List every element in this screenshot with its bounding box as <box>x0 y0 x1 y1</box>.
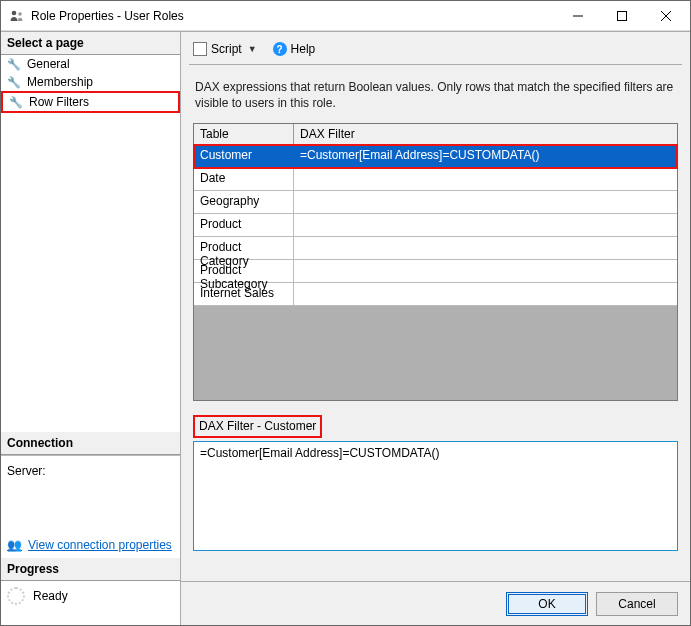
cell-table[interactable]: Customer <box>194 145 294 167</box>
help-button[interactable]: ? Help <box>269 40 320 58</box>
svg-point-1 <box>18 12 22 16</box>
grid-header: Table DAX Filter <box>194 124 677 145</box>
close-button[interactable] <box>644 2 688 30</box>
script-icon <box>193 42 207 56</box>
help-label: Help <box>291 42 316 56</box>
cell-table[interactable]: Date <box>194 168 294 190</box>
cancel-button[interactable]: Cancel <box>596 592 678 616</box>
sidebar-item-label: General <box>27 57 70 71</box>
window-title: Role Properties - User Roles <box>31 9 556 23</box>
wrench-icon: 🔧 <box>7 58 21 71</box>
cell-table[interactable]: Internet Sales <box>194 283 294 305</box>
cell-dax[interactable] <box>294 214 677 236</box>
cell-dax[interactable] <box>294 191 677 213</box>
progress-header: Progress <box>1 558 180 581</box>
col-table-header[interactable]: Table <box>194 124 294 144</box>
view-connection-properties-link[interactable]: 👥 View connection properties <box>1 532 180 558</box>
sidebar: Select a page 🔧 General 🔧 Membership 🔧 R… <box>1 32 181 625</box>
table-row[interactable]: Geography <box>194 191 677 214</box>
server-value <box>7 478 174 492</box>
grid-empty-area <box>194 306 677 400</box>
progress-status: Ready <box>33 589 68 603</box>
titlebar: Role Properties - User Roles <box>1 1 690 31</box>
connection-icon: 👥 <box>7 538 22 552</box>
wrench-icon: 🔧 <box>9 96 23 109</box>
table-row[interactable]: Date <box>194 168 677 191</box>
toolbar: Script ▼ ? Help <box>189 36 682 65</box>
button-bar: OK Cancel <box>181 581 690 625</box>
cell-dax[interactable] <box>294 237 677 259</box>
connection-header: Connection <box>1 432 180 455</box>
cell-dax[interactable] <box>294 260 677 282</box>
progress-spinner-icon <box>7 587 25 605</box>
sidebar-item-row-filters[interactable]: 🔧 Row Filters <box>1 91 180 113</box>
cancel-label: Cancel <box>618 597 655 611</box>
cell-table[interactable]: Product <box>194 214 294 236</box>
wrench-icon: 🔧 <box>7 76 21 89</box>
table-row[interactable]: Product Category <box>194 237 677 260</box>
ok-label: OK <box>538 597 555 611</box>
roles-icon <box>9 8 25 24</box>
table-row[interactable]: Product Subcategory <box>194 260 677 283</box>
script-button[interactable]: Script ▼ <box>189 40 263 58</box>
cell-dax[interactable] <box>294 168 677 190</box>
ok-button[interactable]: OK <box>506 592 588 616</box>
server-label: Server: <box>7 464 174 478</box>
cell-table[interactable]: Product Category <box>194 237 294 259</box>
select-page-header: Select a page <box>1 32 180 55</box>
table-row[interactable]: Internet Sales <box>194 283 677 306</box>
sidebar-item-membership[interactable]: 🔧 Membership <box>1 73 180 91</box>
maximize-button[interactable] <box>600 2 644 30</box>
help-icon: ? <box>273 42 287 56</box>
dax-filter-value: =Customer[Email Address]=CUSTOMDATA() <box>200 446 439 460</box>
dax-filter-editor[interactable]: =Customer[Email Address]=CUSTOMDATA() <box>193 441 678 551</box>
row-filters-grid[interactable]: Table DAX Filter Customer =Customer[Emai… <box>193 123 678 401</box>
dax-filter-label: DAX Filter - Customer <box>193 415 322 438</box>
script-label: Script <box>211 42 242 56</box>
cell-table[interactable]: Product Subcategory <box>194 260 294 282</box>
cell-dax[interactable]: =Customer[Email Address]=CUSTOMDATA() <box>294 145 677 167</box>
sidebar-item-label: Row Filters <box>29 95 89 109</box>
chevron-down-icon: ▼ <box>246 44 259 54</box>
cell-table[interactable]: Geography <box>194 191 294 213</box>
link-label: View connection properties <box>28 538 172 552</box>
cell-dax[interactable] <box>294 283 677 305</box>
col-dax-header[interactable]: DAX Filter <box>294 124 677 144</box>
svg-point-0 <box>12 10 17 15</box>
minimize-button[interactable] <box>556 2 600 30</box>
table-row[interactable]: Customer =Customer[Email Address]=CUSTOM… <box>194 145 677 168</box>
description-text: DAX expressions that return Boolean valu… <box>189 65 682 123</box>
sidebar-item-general[interactable]: 🔧 General <box>1 55 180 73</box>
svg-rect-3 <box>618 11 627 20</box>
sidebar-item-label: Membership <box>27 75 93 89</box>
table-row[interactable]: Product <box>194 214 677 237</box>
